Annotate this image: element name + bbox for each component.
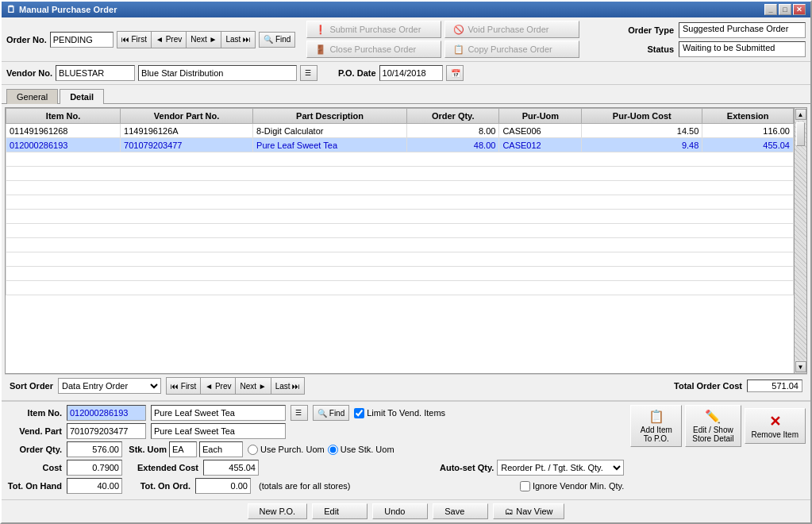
vertical-scrollbar[interactable]: ▲ ▼ — [794, 108, 806, 373]
vend-part-name-input[interactable] — [151, 423, 286, 439]
cell-extension: 455.04 — [702, 138, 794, 152]
ignore-vendor-min-checkbox[interactable] — [520, 481, 530, 491]
order-no-input[interactable] — [50, 32, 114, 48]
item-no-input[interactable] — [67, 405, 146, 421]
window-title: Manual Purchase Order — [19, 5, 117, 14]
po-date-group: P.O. Date 📅 — [338, 65, 464, 81]
limit-to-vend-label[interactable]: Limit To Vend. Items — [354, 408, 445, 418]
cell-item-no: 012000286193 — [6, 138, 121, 152]
detail-find-button[interactable]: 🔍 Find — [313, 405, 349, 421]
order-no-label: Order No. — [6, 35, 47, 44]
close-po-button[interactable]: 🚪 Close Purchase Order — [306, 40, 441, 58]
table-row[interactable]: 012000286193 701079203477 Pure Leaf Swee… — [6, 138, 794, 152]
cost-row: Cost Extended Cost Auto-set Qty. Reorder… — [6, 460, 624, 476]
order-type-row: Order Type Suggested Purchase Order — [610, 22, 806, 38]
add-item-button[interactable]: 📋 Add Item To P.O. — [630, 405, 682, 447]
table-row[interactable]: 011491961268 1149196126A 8-Digit Calcula… — [6, 124, 794, 138]
table-row-empty — [6, 167, 794, 181]
cell-vendor-part: 1149196126A — [121, 124, 253, 138]
table-row-empty — [6, 195, 794, 210]
vendor-name-input[interactable] — [138, 65, 297, 81]
edit-show-button[interactable]: ✏️ Edit / Show Store Detail — [685, 405, 741, 447]
edit-button[interactable]: Edit — [312, 503, 368, 519]
col-pur-uom-cost: Pur-Uom Cost — [582, 109, 702, 124]
find-button[interactable]: 🔍 Find — [259, 32, 295, 48]
cell-pur-uom-cost: 9.48 — [582, 138, 702, 152]
close-button[interactable]: ✕ — [793, 4, 806, 15]
stk-uom-code-input[interactable] — [169, 441, 197, 457]
tab-general[interactable]: General — [6, 89, 58, 104]
maximize-button[interactable]: □ — [779, 4, 791, 15]
stk-uom-group: Stk. Uom — [127, 441, 243, 457]
nav-btn-group: ⏮ First ◄ Prev Next ► Last ⏭ — [117, 31, 256, 48]
minimize-button[interactable]: _ — [764, 4, 777, 15]
table-prev-button[interactable]: ◄ Prev — [201, 378, 236, 394]
order-qty-row: Order Qty. Stk. Uom Use Purch. Uom — [6, 441, 624, 457]
vend-part-input[interactable] — [67, 423, 146, 439]
use-purch-uom-label[interactable]: Use Purch. Uom — [248, 445, 325, 455]
cost-input[interactable] — [67, 460, 122, 476]
last-button[interactable]: Last ⏭ — [221, 32, 255, 48]
ban-icon: 🚫 — [453, 25, 464, 35]
auto-set-qty-label: Auto-set Qty. — [440, 463, 494, 472]
order-qty-input[interactable] — [67, 441, 122, 457]
sort-order-select[interactable]: Data Entry Order — [58, 378, 161, 394]
first-button[interactable]: ⏮ First — [117, 32, 152, 48]
door-icon: 🚪 — [315, 44, 326, 55]
vendor-no-label: Vendor No. — [6, 68, 52, 78]
table-last-button[interactable]: Last ⏭ — [271, 378, 305, 394]
table-row-empty — [6, 152, 794, 167]
right-fields: Order Type Suggested Purchase Order Stat… — [610, 22, 806, 57]
col-order-qty: Order Qty. — [406, 109, 498, 124]
titlebar: 🗒 Manual Purchase Order _ □ ✕ — [2, 2, 810, 17]
nav-view-button[interactable]: 🗂 Nav View — [493, 503, 564, 519]
scroll-up-button[interactable]: ▲ — [795, 109, 806, 120]
totals-note: (totals are for all stores) — [259, 481, 351, 491]
table-toolbar: Sort Order Data Entry Order ⏮ First ◄ Pr… — [5, 374, 807, 397]
cell-vendor-part: 701079203477 — [121, 138, 253, 152]
save-button[interactable]: Save — [433, 503, 488, 519]
vendor-no-input[interactable] — [56, 65, 135, 81]
vendor-list-button[interactable]: ☰ — [300, 65, 317, 81]
use-stk-uom-radio[interactable] — [328, 445, 338, 455]
status-label: Status — [610, 44, 674, 54]
next-button[interactable]: Next ► — [187, 32, 221, 48]
order-qty-label: Order Qty. — [6, 445, 62, 454]
table-container: Item No. Vendor Part No. Part Descriptio… — [5, 107, 807, 374]
use-purch-uom-radio[interactable] — [248, 445, 258, 455]
undo-button[interactable]: Undo — [372, 503, 428, 519]
copy-icon: 📋 — [453, 44, 464, 55]
table-row-empty — [6, 238, 794, 252]
remove-item-button[interactable]: ✕ Remove Item — [745, 408, 806, 444]
cell-extension: 116.00 — [702, 124, 794, 138]
ignore-vendor-min-label[interactable]: Ignore Vendor Min. Qty. — [520, 481, 624, 491]
po-date-input[interactable] — [379, 65, 443, 81]
copy-po-button[interactable]: 📋 Copy Purchase Order — [444, 40, 579, 58]
table-next-button[interactable]: Next ► — [236, 378, 271, 394]
use-stk-uom-label[interactable]: Use Stk. Uom — [328, 445, 394, 455]
prev-button[interactable]: ◄ Prev — [152, 32, 187, 48]
table-scroll-area[interactable]: Item No. Vendor Part No. Part Descriptio… — [6, 108, 794, 373]
new-po-button[interactable]: New P.O. — [248, 503, 308, 519]
extended-cost-input[interactable] — [203, 460, 259, 476]
item-name-input[interactable] — [151, 405, 286, 421]
tot-on-hand-input — [67, 478, 122, 494]
table-row-empty — [6, 210, 794, 224]
scroll-down-button[interactable]: ▼ — [795, 361, 806, 372]
calendar-button[interactable]: 📅 — [446, 65, 464, 81]
submit-po-button[interactable]: ❗ Submit Purchase Order — [306, 21, 441, 38]
detail-row-1: Item No. ☰ 🔍 Find Limit To Vend. Items V… — [6, 405, 806, 496]
table-first-button[interactable]: ⏮ First — [167, 378, 201, 394]
side-buttons: 📋 Add Item To P.O. ✏️ Edit / Show Store … — [630, 405, 806, 447]
auto-set-qty-select[interactable]: Reorder Pt. / Tgt. Stk. Qty. — [497, 460, 624, 476]
sort-order-label: Sort Order — [10, 381, 53, 391]
edit-show-icon: ✏️ — [705, 409, 721, 424]
stk-uom-name-input[interactable] — [199, 441, 243, 457]
limit-to-vend-checkbox[interactable] — [354, 408, 364, 418]
scroll-thumb[interactable] — [796, 122, 805, 146]
col-extension: Extension — [702, 109, 794, 124]
void-po-button[interactable]: 🚫 Void Purchase Order — [444, 21, 579, 38]
vend-part-row: Vend. Part — [6, 423, 624, 439]
tab-detail[interactable]: Detail — [60, 89, 104, 104]
item-list-button[interactable]: ☰ — [291, 405, 308, 421]
